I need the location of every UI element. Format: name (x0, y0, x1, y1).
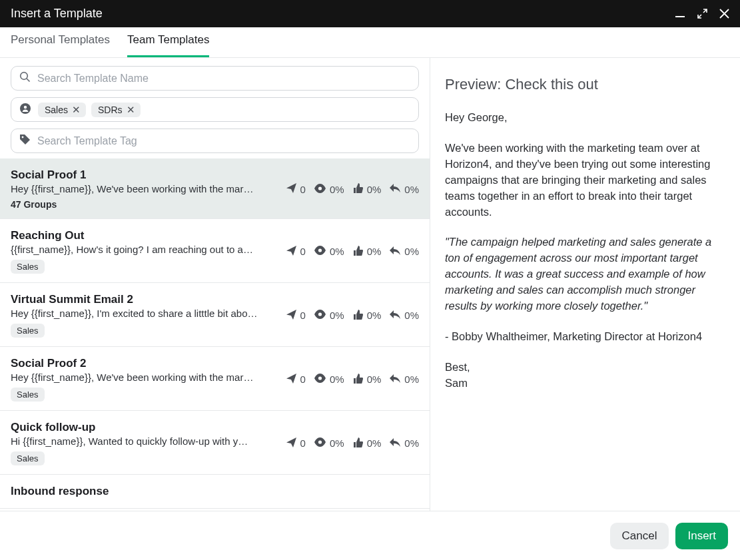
template-tag: Sales (11, 260, 45, 274)
template-title: Social Proof 2 (11, 357, 276, 370)
template-stats: 00%0%0% (286, 245, 419, 258)
main-content: Sales✕SDRs✕ Social Proof 1Hey {{first_na… (0, 58, 740, 511)
eye-icon (314, 310, 326, 321)
svg-point-4 (22, 137, 24, 139)
template-stats: 00%0%0% (286, 373, 419, 386)
preview-panel: Preview: Check this out Hey George, We'v… (430, 58, 740, 511)
group-chip[interactable]: SDRs✕ (91, 103, 141, 117)
search-tag-field[interactable] (11, 129, 419, 153)
expand-icon[interactable] (697, 9, 707, 19)
template-tag: Sales (11, 451, 45, 465)
svg-point-3 (24, 105, 27, 108)
preview-closing: Best, Sam (445, 360, 724, 392)
svg-point-9 (318, 440, 322, 443)
thumbs-up-icon (352, 373, 364, 386)
eye-icon (314, 184, 326, 195)
tab-team-templates[interactable]: Team Templates (127, 33, 209, 57)
thumbs-up-icon (352, 437, 364, 450)
template-snippet: Hey {{first_name}}, We've been working w… (11, 183, 264, 194)
thumbs-up-icon (352, 182, 364, 196)
send-icon (286, 373, 297, 386)
window-controls (675, 9, 729, 19)
send-icon (286, 309, 297, 322)
svg-point-5 (318, 186, 322, 190)
svg-point-6 (318, 248, 322, 252)
eye-icon (314, 437, 326, 449)
template-list: Social Proof 1Hey {{first_name}}, We've … (0, 158, 430, 511)
eye-icon (314, 374, 326, 385)
template-stats: 00%0%0% (286, 437, 419, 450)
send-icon (286, 182, 297, 196)
preview-heading: Preview: Check this out (445, 74, 724, 95)
preview-paragraph: We've been working with the marketing te… (445, 140, 724, 220)
template-footer-text: 47 Groups (11, 199, 57, 210)
thumbs-up-icon (352, 309, 364, 322)
template-tag: Sales (11, 388, 45, 402)
template-item[interactable]: Social Proof 2Hey {{first_name}}, We've … (0, 347, 430, 411)
template-snippet: {{first_name}}, How's it going? I am rea… (11, 244, 264, 255)
minimize-icon[interactable] (675, 9, 685, 19)
reply-icon (389, 183, 401, 195)
template-item[interactable]: Inbound response (0, 475, 430, 509)
group-filter-field[interactable]: Sales✕SDRs✕ (11, 97, 419, 122)
titlebar: Insert a Template (0, 0, 740, 27)
eye-icon (314, 246, 326, 257)
search-tag-input[interactable] (37, 135, 410, 147)
dialog-footer: Cancel Insert (0, 511, 740, 560)
svg-point-1 (21, 73, 28, 80)
reply-icon (389, 437, 401, 449)
template-list-panel: Sales✕SDRs✕ Social Proof 1Hey {{first_na… (0, 58, 430, 511)
chip-remove-icon[interactable]: ✕ (127, 105, 135, 115)
template-item[interactable]: Reaching Out{{first_name}}, How's it goi… (0, 219, 430, 283)
reply-icon (389, 374, 401, 386)
reply-icon (389, 246, 401, 258)
template-snippet: Hi {{first_name}}, Wanted to quickly fol… (11, 435, 264, 447)
insert-button[interactable]: Insert (675, 523, 728, 549)
template-item[interactable]: Social Proof 1Hey {{first_name}}, We've … (0, 158, 430, 219)
template-snippet: Hey {{first_name}}, I'm excited to share… (11, 308, 264, 319)
template-item[interactable]: Quick follow-upHi {{first_name}}, Wanted… (0, 411, 430, 475)
template-stats: 00%0%0% (286, 182, 419, 196)
search-name-input[interactable] (37, 73, 410, 85)
search-name-field[interactable] (11, 66, 419, 91)
preview-quote: "The campaign helped marketing and sales… (445, 234, 724, 314)
template-item[interactable]: Virtual Summit Email 2Hey {{first_name}}… (0, 283, 430, 347)
search-icon (19, 71, 31, 85)
template-title: Inbound response (11, 485, 419, 498)
filters: Sales✕SDRs✕ (0, 58, 430, 156)
preview-attribution: - Bobby Whaltheimer, Marketing Director … (445, 329, 724, 345)
template-title: Virtual Summit Email 2 (11, 293, 276, 306)
preview-greeting: Hey George, (445, 110, 724, 126)
template-title: Quick follow-up (11, 421, 276, 434)
group-chip[interactable]: Sales✕ (38, 103, 86, 117)
thumbs-up-icon (352, 245, 364, 258)
svg-rect-0 (675, 16, 685, 17)
tab-personal-templates[interactable]: Personal Templates (11, 33, 110, 57)
template-snippet: Hey {{first_name}}, We've been working w… (11, 372, 264, 383)
group-icon (19, 103, 31, 117)
window-title: Insert a Template (11, 7, 103, 21)
tabs-row: Personal Templates Team Templates (0, 27, 740, 58)
template-title: Social Proof 1 (11, 168, 276, 182)
send-icon (286, 437, 297, 450)
template-title: Reaching Out (11, 229, 276, 242)
reply-icon (389, 310, 401, 322)
template-stats: 00%0%0% (286, 309, 419, 322)
close-icon[interactable] (719, 9, 729, 19)
send-icon (286, 245, 297, 258)
svg-point-7 (318, 312, 322, 316)
template-tag: Sales (11, 324, 45, 338)
tag-icon (19, 134, 31, 148)
svg-point-8 (318, 376, 322, 380)
chip-remove-icon[interactable]: ✕ (72, 105, 81, 115)
cancel-button[interactable]: Cancel (610, 523, 669, 549)
